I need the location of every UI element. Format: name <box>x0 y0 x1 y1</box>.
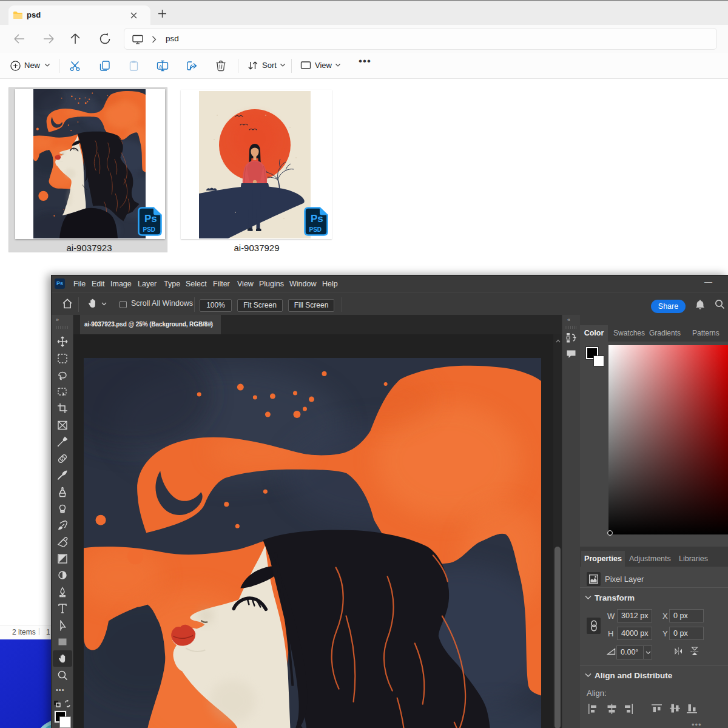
svg-text:A: A <box>159 64 163 69</box>
